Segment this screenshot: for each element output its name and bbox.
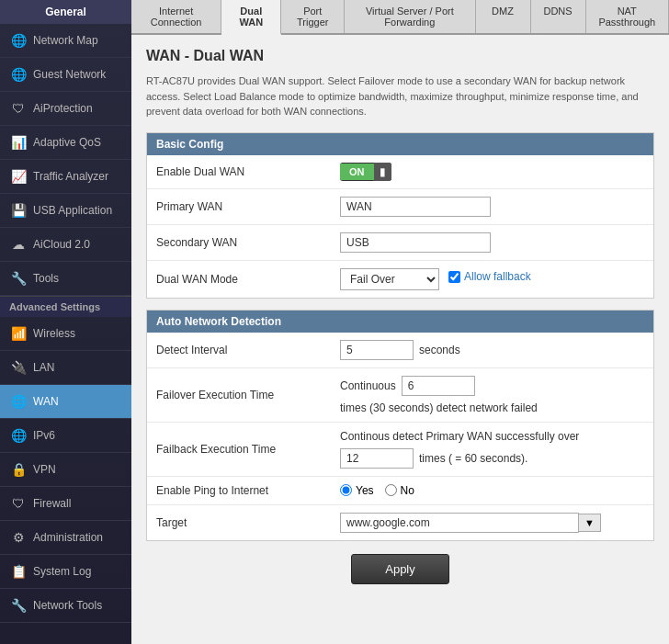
secondary-wan-row: Secondary WAN [147, 224, 653, 260]
basic-config-table: Enable Dual WAN ON ▮ Primary WAN [147, 155, 653, 298]
sidebar-item-ipv6[interactable]: 🌐 IPv6 [0, 419, 131, 453]
tab-nat-passthrough[interactable]: NAT Passthrough [586, 0, 669, 33]
target-input[interactable] [340, 513, 579, 533]
administration-icon: ⚙ [9, 528, 28, 547]
failback-label: Failback Execution Time [147, 422, 331, 476]
enable-dual-wan-toggle[interactable]: ON ▮ [340, 163, 391, 181]
ping-no-label[interactable]: No [385, 484, 414, 497]
sidebar-item-label: Wireless [33, 327, 75, 340]
failback-value-row: Continous detect Primary WAN successfull… [340, 430, 644, 469]
sidebar-item-tools[interactable]: 🔧 Tools [0, 262, 131, 296]
sidebar-item-label: Tools [33, 272, 59, 285]
sidebar: General 🌐 Network Map 🌐 Guest Network 🛡 … [0, 0, 131, 644]
failover-label: Failover Execution Time [147, 367, 331, 422]
sidebar-item-label: Guest Network [33, 68, 106, 81]
auto-network-header: Auto Network Detection [147, 311, 653, 333]
primary-wan-label: Primary WAN [147, 188, 331, 224]
page-description: RT-AC87U provides Dual WAN support. Sele… [146, 73, 654, 119]
sidebar-item-label: WAN [33, 395, 59, 408]
sidebar-item-label: Traffic Analyzer [33, 170, 108, 183]
detect-interval-row: Detect Interval seconds [147, 333, 653, 368]
auto-network-section: Auto Network Detection Detect Interval s… [146, 310, 654, 541]
sidebar-item-network-tools[interactable]: 🔧 Network Tools [0, 589, 131, 623]
basic-config-section: Basic Config Enable Dual WAN ON ▮ Primar… [146, 132, 654, 299]
ping-yes-label[interactable]: Yes [340, 484, 374, 497]
detect-interval-input[interactable] [340, 340, 414, 360]
sidebar-item-vpn[interactable]: 🔒 VPN [0, 453, 131, 487]
sidebar-item-aicloud[interactable]: ☁ AiCloud 2.0 [0, 228, 131, 262]
adaptive-qos-icon: 📊 [9, 133, 28, 152]
lan-icon: 🔌 [9, 358, 28, 377]
sidebar-item-label: IPv6 [33, 429, 55, 442]
sidebar-item-adaptive-qos[interactable]: 📊 Adaptive QoS [0, 126, 131, 160]
failback-suffix: times ( = 60 seconds). [419, 452, 527, 465]
primary-wan-row: Primary WAN [147, 188, 653, 224]
wan-icon: 🌐 [9, 392, 28, 411]
tab-ddns[interactable]: DDNS [531, 0, 586, 33]
tab-virtual-server[interactable]: Virtual Server / Port Forwarding [345, 0, 475, 33]
allow-fallback-label[interactable]: Allow fallback [448, 270, 531, 283]
sidebar-item-label: Adaptive QoS [33, 136, 101, 149]
sidebar-item-wireless[interactable]: 📶 Wireless [0, 317, 131, 351]
dual-wan-mode-row: Dual WAN Mode Fail Over Load Balance All… [147, 260, 653, 298]
wireless-icon: 📶 [9, 324, 28, 343]
network-map-icon: 🌐 [9, 31, 28, 50]
aiprotection-icon: 🛡 [9, 99, 28, 118]
failover-value-row: Continuous times (30 seconds) detect net… [340, 376, 644, 414]
target-label: Target [147, 504, 331, 540]
enable-dual-wan-row: Enable Dual WAN ON ▮ [147, 155, 653, 189]
target-dropdown-button[interactable]: ▼ [579, 514, 601, 532]
tab-internet-connection[interactable]: Internet Connection [131, 0, 221, 33]
sidebar-item-label: Network Map [33, 34, 98, 47]
secondary-wan-input[interactable] [340, 232, 491, 253]
tab-dual-wan[interactable]: Dual WAN [221, 0, 281, 35]
sidebar-item-label: Firewall [33, 497, 71, 510]
target-input-row: ▼ [340, 513, 644, 533]
tab-dmz[interactable]: DMZ [476, 0, 531, 33]
network-tools-icon: 🔧 [9, 596, 28, 615]
top-tabs: Internet Connection Dual WAN Port Trigge… [131, 0, 669, 35]
ping-yes-radio[interactable] [340, 484, 352, 496]
sidebar-item-network-map[interactable]: 🌐 Network Map [0, 24, 131, 58]
enable-dual-wan-label: Enable Dual WAN [147, 155, 331, 189]
auto-network-table: Detect Interval seconds Failover Executi… [147, 333, 653, 540]
vpn-icon: 🔒 [9, 460, 28, 479]
basic-config-header: Basic Config [147, 133, 653, 155]
sidebar-item-lan[interactable]: 🔌 LAN [0, 351, 131, 385]
allow-fallback-checkbox[interactable] [448, 271, 460, 283]
main-area: Internet Connection Dual WAN Port Trigge… [131, 0, 669, 644]
traffic-analyzer-icon: 📈 [9, 167, 28, 186]
advanced-settings-label: Advanced Settings [0, 296, 131, 317]
sidebar-item-label: VPN [33, 463, 56, 476]
sidebar-item-traffic-analyzer[interactable]: 📈 Traffic Analyzer [0, 160, 131, 194]
tab-port-trigger[interactable]: Port Trigger [281, 0, 345, 33]
failover-suffix: times (30 seconds) detect network failed [340, 401, 538, 414]
ipv6-icon: 🌐 [9, 426, 28, 445]
aicloud-icon: ☁ [9, 235, 28, 254]
sidebar-item-aiprotection[interactable]: 🛡 AiProtection [0, 92, 131, 126]
failback-prefix: Continous detect Primary WAN successfull… [340, 430, 579, 443]
sidebar-item-administration[interactable]: ⚙ Administration [0, 521, 131, 555]
dual-wan-mode-select[interactable]: Fail Over Load Balance [340, 268, 439, 290]
sidebar-item-wan[interactable]: 🌐 WAN [0, 385, 131, 419]
sidebar-item-system-log[interactable]: 📋 System Log [0, 555, 131, 589]
sidebar-item-firewall[interactable]: 🛡 Firewall [0, 487, 131, 521]
sidebar-item-label: AiProtection [33, 102, 93, 115]
firewall-icon: 🛡 [9, 494, 28, 513]
toggle-slider: ▮ [374, 163, 391, 181]
sidebar-item-guest-network[interactable]: 🌐 Guest Network [0, 58, 131, 92]
primary-wan-input[interactable] [340, 197, 491, 217]
sidebar-item-label: System Log [33, 565, 91, 578]
failover-prefix: Continuous [340, 379, 396, 392]
ping-no-radio[interactable] [385, 484, 397, 496]
dual-wan-mode-label: Dual WAN Mode [147, 260, 331, 298]
content-area: WAN - Dual WAN RT-AC87U provides Dual WA… [131, 35, 669, 644]
failover-row: Failover Execution Time Continuous times… [147, 367, 653, 422]
failover-input[interactable] [402, 376, 475, 396]
failback-input[interactable] [340, 448, 414, 469]
target-row: Target ▼ [147, 504, 653, 540]
detect-interval-unit: seconds [419, 344, 460, 356]
tools-icon: 🔧 [9, 269, 28, 288]
sidebar-item-usb-application[interactable]: 💾 USB Application [0, 194, 131, 228]
apply-button[interactable]: Apply [351, 554, 449, 584]
